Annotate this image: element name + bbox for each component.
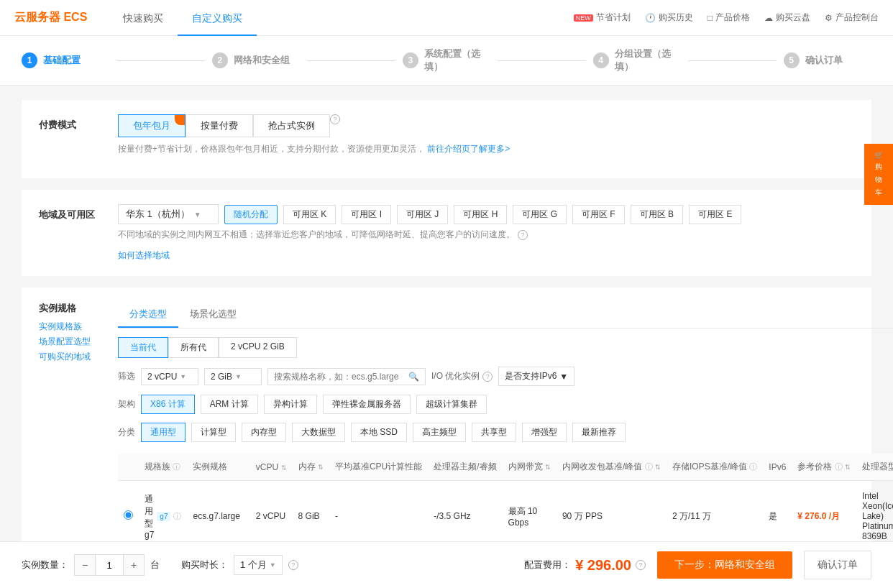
qty-decrease-btn[interactable]: − [75,555,95,575]
arch-bare-metal[interactable]: 弹性裸金属服务器 [323,395,411,414]
row1-radio[interactable] [124,510,133,520]
cat-latest[interactable]: 最新推荐 [572,423,626,442]
mem-sort-icon[interactable]: ⇅ [318,464,324,471]
zone-h-btn[interactable]: 可用区 H [454,205,507,224]
action-price[interactable]: □ 产品价格 [707,12,750,24]
iops-info-icon[interactable]: ⓘ [749,462,757,471]
zone-f-btn[interactable]: 可用区 F [572,205,625,224]
cat-local-ssd[interactable]: 本地 SSD [351,423,407,442]
price-sort-icon[interactable]: ⇅ [845,464,851,471]
cat-memory[interactable]: 内存型 [242,423,286,442]
th-vcpu: vCPU ⇅ [250,454,293,481]
instance-link-scene[interactable]: 场景配置选型 [39,336,118,348]
instance-link-family[interactable]: 实例规格族 [39,321,118,333]
step-3: 3 系统配置（选填） [403,47,490,73]
arch-super-cluster[interactable]: 超级计算集群 [416,395,487,414]
th-mem: 内存 ⇅ [293,454,329,481]
sub-tab-current[interactable]: 当前代 [118,337,168,358]
billing-hint-link[interactable]: 前往介绍页了解更多> [427,144,510,154]
step-5-num: 5 [784,52,800,68]
arch-x86[interactable]: X86 计算 [141,395,195,414]
region-how-to-link[interactable]: 如何选择地域 [118,249,170,262]
billing-help-icon[interactable]: ? [330,114,340,124]
pps-info-icon[interactable]: ⓘ [645,462,653,471]
cart-icon: 🛒 [874,151,883,159]
qty-input[interactable] [95,555,124,575]
zone-e-btn[interactable]: 可用区 E [689,205,741,224]
instance-link-region[interactable]: 可购买的地域 [39,351,118,363]
action-price-label: 产品价格 [715,12,750,24]
th-radio [118,454,139,481]
filter-ipv6-select[interactable]: 是否支持IPv6 ▼ [498,367,574,386]
zone-b-btn[interactable]: 可用区 B [631,205,683,224]
region-dropdown[interactable]: 华东 1（杭州） ▼ [118,204,219,224]
steps-bar: 1 基础配置 2 网络和安全组 3 系统配置（选填） 4 分组设置（选填） 5 … [0,36,893,86]
cat-row: 分类 通用型 计算型 内存型 大数据型 本地 SSD 高主频型 共享型 增强型 … [118,423,893,442]
bw-sort-icon[interactable]: ⇅ [545,464,551,471]
sub-tab-2vcpu[interactable]: 2 vCPU 2 GiB [219,337,297,358]
search-box[interactable]: 🔍 [267,368,426,385]
step-2-label: 网络和安全组 [234,54,290,67]
duration-select[interactable]: 1 个月 ▼ [234,555,283,575]
tab-custom-buy[interactable]: 自定义购买 [178,0,257,36]
zone-g-btn[interactable]: 可用区 G [513,205,567,224]
search-input[interactable] [274,372,406,382]
next-step-btn[interactable]: 下一步：网络和安全组 [657,551,792,579]
io-help-icon[interactable]: ? [482,372,493,382]
region-content: 华东 1（杭州） ▼ 随机分配 可用区 K 可用区 I 可用区 J 可用区 H … [118,204,854,241]
payment-btn-pay-as-go[interactable]: 按量付费 [186,114,253,137]
cat-bigdata[interactable]: 大数据型 [292,423,345,442]
disk-icon: ☁ [764,13,773,23]
cat-compute[interactable]: 计算型 [191,423,236,442]
cart-line-3: 车 [875,188,882,198]
tab-classify[interactable]: 分类选型 [118,302,178,328]
confirm-order-btn[interactable]: 确认订单 [804,551,871,579]
payment-btn-spot[interactable]: 抢占式实例 [253,114,330,137]
cat-enhanced[interactable]: 增强型 [522,423,567,442]
tab-quick-buy[interactable]: 快速购买 [109,0,178,36]
action-history[interactable]: 🕐 购买历史 [645,12,693,24]
filter-mem-select[interactable]: 2 GiB ▼ [204,368,262,385]
filter-cpu-select[interactable]: 2 vCPU ▼ [141,368,198,385]
region-arrow-icon: ▼ [194,211,201,219]
step-1: 1 基础配置 [22,52,109,68]
zone-k-btn[interactable]: 可用区 K [283,205,336,224]
pps-sort-icon[interactable]: ⇅ [655,464,661,471]
duration-label: 购买时长： [181,559,228,571]
price-info-icon[interactable]: ⓘ [835,462,843,471]
th-iops: 存储IOPS基准/峰值 ⓘ [667,454,763,481]
vcpu-sort-icon[interactable]: ⇅ [281,464,287,472]
payment-btn-monthly[interactable]: 包年包月 [118,114,186,137]
action-console[interactable]: ⚙ 产品控制台 [825,12,879,24]
step-1-label: 基础配置 [43,54,81,67]
app-logo: 云服务器 ECS [14,10,87,25]
qty-field: 实例数量： − + 台 [22,554,160,576]
mem-arrow-icon: ▼ [235,373,242,380]
arch-hetero[interactable]: 异构计算 [264,395,317,414]
action-disk[interactable]: ☁ 购买云盘 [764,12,810,24]
qty-increase-btn[interactable]: + [124,555,144,575]
zone-i-btn[interactable]: 可用区 I [342,205,391,224]
cat-high-freq[interactable]: 高主频型 [413,423,466,442]
cat-general[interactable]: 通用型 [141,423,186,442]
config-help-icon[interactable]: ? [636,560,646,570]
zone-j-btn[interactable]: 可用区 J [397,205,448,224]
cat-shared[interactable]: 共享型 [472,423,516,442]
step-4: 4 分组设置（选填） [593,47,681,73]
duration-help-icon[interactable]: ? [288,560,298,570]
sub-tab-all[interactable]: 所有代 [168,337,219,358]
row1-info-icon[interactable]: ⓘ [173,511,181,522]
action-console-label: 产品控制台 [835,12,879,24]
new-badge: NEW [574,14,593,22]
cart-panel[interactable]: 🛒 购 物 车 [864,144,893,205]
step-connector-3 [498,60,585,61]
arch-arm[interactable]: ARM 计算 [201,395,258,414]
action-savings[interactable]: NEW 节省计划 [574,12,631,24]
region-help-icon[interactable]: ? [518,230,528,240]
zone-random-btn[interactable]: 随机分配 [224,205,278,224]
duration-value: 1 个月 [240,559,267,571]
tab-scene[interactable]: 场景化选型 [178,302,248,328]
selection-tab-row: 分类选型 场景化选型 [118,302,893,329]
family-info-icon[interactable]: ⓘ [173,462,180,471]
arch-label: 架构 [118,398,135,410]
